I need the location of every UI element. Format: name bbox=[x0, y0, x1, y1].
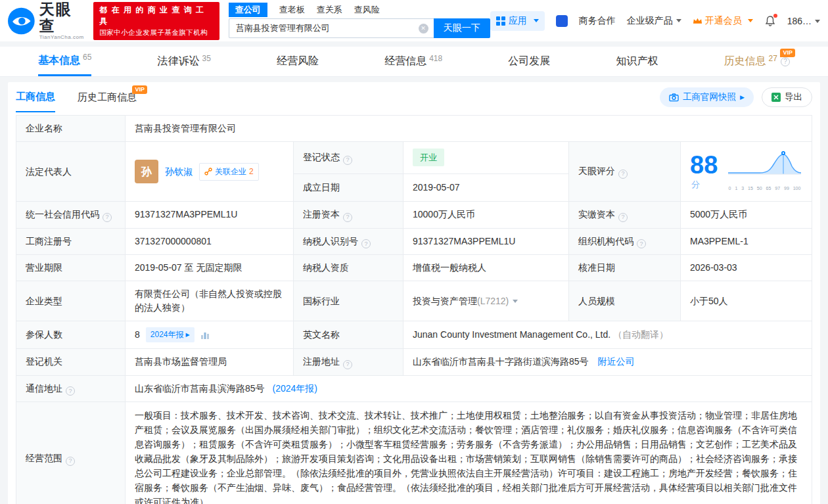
establish-date: 2019-05-07 bbox=[403, 173, 569, 201]
reg-number: 371327000000801 bbox=[126, 228, 294, 255]
search-tab-boss[interactable]: 查老板 bbox=[279, 3, 305, 16]
help-icon[interactable]: ? bbox=[637, 239, 646, 248]
table-row: 企业名称 莒南县投资管理有限公司 bbox=[16, 116, 812, 142]
tab-label: 基本信息 bbox=[38, 54, 80, 68]
field-label-company-name: 企业名称 bbox=[16, 116, 126, 142]
search-input[interactable] bbox=[229, 18, 434, 38]
avatar[interactable]: 孙 bbox=[135, 160, 158, 183]
legal-rep-name-link[interactable]: 孙钦淑 bbox=[165, 165, 193, 179]
industry-cell: 投资与资产管理(L7212) bbox=[403, 281, 569, 321]
field-label-reg-capital: 注册资本? bbox=[294, 202, 403, 229]
arrow-right-icon: ▶ bbox=[186, 328, 190, 342]
field-label-taxpayer-quality: 纳税人资质 bbox=[294, 255, 403, 281]
field-label-approval-date: 核准日期 bbox=[569, 255, 681, 281]
excel-icon bbox=[771, 93, 781, 102]
help-icon[interactable]: ? bbox=[618, 170, 628, 179]
user-account[interactable]: 186… bbox=[787, 16, 820, 26]
snapshot-label: 工商官网快照 bbox=[683, 91, 736, 103]
english-name: Junan County Investment Management Co., … bbox=[413, 329, 610, 340]
help-icon[interactable]: ? bbox=[343, 360, 352, 369]
company-type: 有限责任公司（非自然人投资或控股的法人独资） bbox=[126, 281, 294, 321]
help-icon[interactable]: ? bbox=[66, 457, 75, 466]
search-area: 查公司 查老板 查关系 查风险 ✕ 天眼一下 bbox=[229, 3, 490, 38]
field-label-org-code: 组织机构代码? bbox=[569, 228, 681, 255]
nearby-companies-link[interactable]: 附近公司 bbox=[597, 356, 634, 367]
auto-translate-note: （自动翻译） bbox=[613, 329, 668, 340]
insured-trend-icon[interactable] bbox=[200, 331, 210, 339]
tab-registration-info[interactable]: 工商信息 bbox=[16, 82, 55, 112]
vip-upgrade-label: 开通会员 bbox=[705, 15, 742, 27]
official-snapshot-button[interactable]: 工商官网快照 ▶ bbox=[660, 87, 754, 107]
tab-label: 经营风险 bbox=[277, 55, 319, 68]
staff-size: 小于50人 bbox=[681, 281, 812, 321]
field-label-insured: 参保人数 bbox=[16, 321, 126, 349]
help-icon[interactable]: ? bbox=[781, 57, 790, 66]
chevron-down-icon bbox=[748, 19, 753, 22]
reg-address-cell: 山东省临沂市莒南县十字路街道滨海路85号 附近公司 bbox=[403, 349, 812, 376]
help-icon[interactable]: ? bbox=[103, 213, 112, 222]
score-value[interactable]: 88分 bbox=[690, 152, 720, 191]
tab-label: 知识产权 bbox=[616, 55, 658, 68]
table-row: 统一社会信用代码? 91371327MA3PPEML1U 注册资本? 10000… bbox=[16, 202, 812, 229]
tianyancha-logo-icon bbox=[8, 7, 35, 35]
tab-label: 经营信息 bbox=[384, 55, 426, 68]
tab-legal-proceedings[interactable]: 法律诉讼 35 bbox=[158, 47, 211, 76]
related-companies-tag[interactable]: 关联企业 2 bbox=[199, 163, 259, 181]
table-row: 营业期限 2019-05-07 至 无固定期限 纳税人资质 增值税一般纳税人 核… bbox=[16, 255, 812, 281]
search-button[interactable]: 天眼一下 bbox=[434, 18, 490, 38]
field-label-business-scope: 经营范围? bbox=[16, 402, 126, 504]
tab-history-registration-info[interactable]: 历史工商信息 VIP bbox=[78, 82, 137, 112]
export-button[interactable]: 导出 bbox=[762, 87, 812, 107]
tab-operational-risk[interactable]: 经营风险 bbox=[277, 47, 319, 76]
annual-report-badge[interactable]: 2024年报▶ bbox=[146, 327, 195, 342]
company-info-table: 企业名称 莒南县投资管理有限公司 法定代表人 孙 孙钦淑 关联企业 bbox=[16, 115, 812, 504]
reg-capital: 10000万人民币 bbox=[403, 202, 569, 229]
subtab-label: 工商信息 bbox=[16, 91, 55, 103]
annual-report-link[interactable]: (2024年报) bbox=[272, 383, 317, 394]
clear-icon[interactable]: ✕ bbox=[419, 24, 428, 34]
industry-value: 投资与资产管理 bbox=[413, 296, 477, 306]
business-term: 2019-05-07 至 无固定期限 bbox=[126, 255, 294, 281]
logo[interactable]: 天眼查 TianYanCha.com bbox=[8, 1, 87, 41]
help-icon[interactable]: ? bbox=[361, 239, 371, 248]
search-tabs: 查公司 查老板 查关系 查风险 bbox=[229, 3, 490, 16]
help-icon[interactable]: ? bbox=[618, 213, 628, 222]
section-tabs: 工商信息 历史工商信息 VIP 工商官网快照 ▶ 导出 bbox=[16, 82, 812, 112]
help-icon[interactable]: ? bbox=[343, 156, 352, 165]
apps-menu[interactable]: 应用 bbox=[490, 11, 545, 31]
org-code: MA3PPEML-1 bbox=[681, 228, 812, 255]
help-icon[interactable]: ? bbox=[66, 386, 75, 396]
tab-company-development[interactable]: 公司发展 bbox=[508, 47, 550, 76]
tab-history-info[interactable]: VIP 历史信息 27 ? bbox=[724, 47, 790, 76]
score-axis-ticks: 0 1 3 15 50 65 97 99 100 bbox=[727, 181, 802, 195]
business-cooperation-link[interactable]: 商务合作 bbox=[579, 15, 616, 27]
apps-label: 应用 bbox=[509, 15, 527, 27]
tab-count: 27 bbox=[769, 54, 777, 63]
field-label-company-type: 企业类型 bbox=[16, 281, 126, 321]
tab-basic-info[interactable]: 基本信息 65 bbox=[38, 47, 91, 76]
field-label-business-term: 营业期限 bbox=[16, 255, 126, 281]
help-icon[interactable]: ? bbox=[343, 213, 352, 222]
search-tab-risk[interactable]: 查风险 bbox=[354, 3, 380, 16]
search-tab-company[interactable]: 查公司 bbox=[229, 3, 267, 17]
field-label-paid-capital: 实缴资本? bbox=[569, 202, 681, 229]
main-nav: 基本信息 65 法律诉讼 35 经营风险 经营信息 418 公司发展 知识产权 … bbox=[0, 47, 828, 77]
tab-intellectual-property[interactable]: 知识产权 bbox=[616, 47, 658, 76]
header-right: 应用 商务合作 企业级产品 开通会员 186… bbox=[490, 11, 820, 31]
chevron-down-icon bbox=[815, 20, 820, 23]
vip-upgrade-link[interactable]: 开通会员 bbox=[693, 15, 753, 27]
vip-badge: VIP bbox=[132, 85, 147, 94]
notification-bell-icon[interactable] bbox=[764, 15, 776, 27]
enterprise-products-link[interactable]: 企业级产品 bbox=[627, 15, 681, 27]
search-tab-relation[interactable]: 查关系 bbox=[317, 3, 342, 16]
credit-code: 91371327MA3PPEML1U bbox=[126, 202, 294, 229]
tab-business-info[interactable]: 经营信息 418 bbox=[384, 47, 442, 76]
field-label-legal-rep: 法定代表人 bbox=[16, 142, 126, 202]
chevron-down-icon[interactable] bbox=[513, 300, 518, 303]
field-label-staff-size: 人员规模 bbox=[569, 281, 681, 321]
app-shortcut-icon[interactable] bbox=[556, 15, 568, 27]
enterprise-products-label: 企业级产品 bbox=[627, 15, 673, 26]
field-label-reg-status: 登记状态? bbox=[294, 142, 403, 174]
header: 天眼查 TianYanCha.com 都 在 用 的 商 业 查 询 工 具 国… bbox=[0, 0, 828, 41]
field-label-establish-date: 成立日期 bbox=[294, 173, 403, 201]
